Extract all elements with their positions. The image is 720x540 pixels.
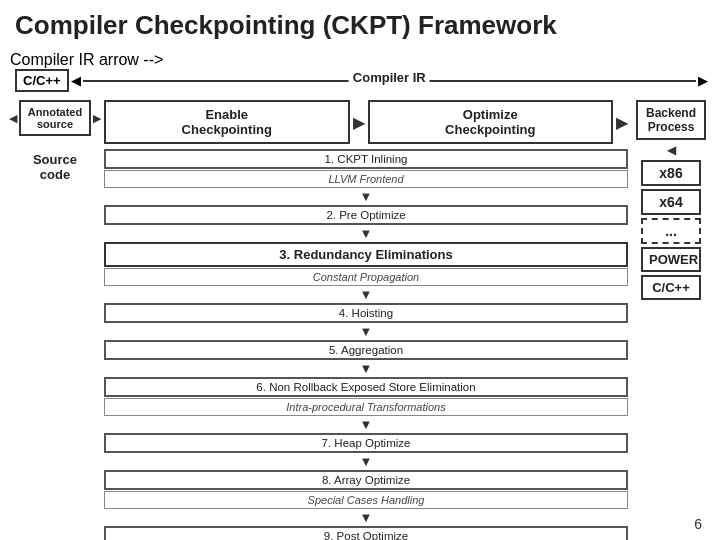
- stage-intra-procedural: Intra-procedural Transformations: [104, 398, 628, 416]
- middle-arrow-right-icon: ▶: [353, 113, 365, 132]
- target-cc-box: C/C++: [641, 275, 701, 300]
- stage-pre-optimize: 2. Pre Optimize: [104, 205, 628, 225]
- annotated-arrow-left-icon: ◀: [9, 112, 17, 125]
- optimize-checkpointing-box: OptimizeCheckpointing: [368, 100, 614, 144]
- target-x64-box: x64: [641, 189, 701, 215]
- stage-llvm-frontend: LLVM Frontend: [104, 170, 628, 188]
- source-code-label: Sourcecode: [33, 152, 77, 182]
- backend-arrow-left-icon: ◀: [667, 143, 676, 157]
- optimize-arrow-right-icon: ▶: [616, 113, 628, 132]
- annotated-source-box: Annotated source: [19, 100, 91, 136]
- annotated-arrow-right-icon: ▶: [93, 112, 101, 125]
- stage-array-optimize: 8. Array Optimize: [104, 470, 628, 490]
- annotated-source-row: ◀ Annotated source ▶: [9, 100, 101, 136]
- page: Compiler Checkpointing (CKPT) Framework …: [0, 0, 720, 540]
- down-arrow-8: ▼: [104, 510, 628, 525]
- down-arrow-1: ▼: [104, 189, 628, 204]
- center-column: EnableCheckpointing ▶ OptimizeCheckpoint…: [104, 100, 628, 540]
- stage-aggregation: 5. Aggregation: [104, 340, 628, 360]
- stage-constant-propagation: Constant Propagation: [104, 268, 628, 286]
- enable-optimize-row: EnableCheckpointing ▶ OptimizeCheckpoint…: [104, 100, 628, 144]
- down-arrow-3: ▼: [104, 287, 628, 302]
- down-arrow-7: ▼: [104, 454, 628, 469]
- left-arrow-icon: ◀: [71, 73, 81, 88]
- main-layout: ◀ Annotated source ▶ Sourcecode EnableCh…: [10, 100, 710, 540]
- down-arrow-6: ▼: [104, 417, 628, 432]
- stage-non-rollback: 6. Non Rollback Exposed Store Eliminatio…: [104, 377, 628, 397]
- target-power-box: POWER: [641, 247, 701, 272]
- stage-heap-optimize: 7. Heap Optimize: [104, 433, 628, 453]
- down-arrow-4: ▼: [104, 324, 628, 339]
- cc-label: C/C++: [15, 69, 69, 92]
- target-x86-box: x86: [641, 160, 701, 186]
- stage-ckpt-inlining: 1. CKPT Inlining: [104, 149, 628, 169]
- backend-process-box: BackendProcess: [636, 100, 706, 140]
- page-title: Compiler Checkpointing (CKPT) Framework: [10, 10, 710, 41]
- stage-special-cases: Special Cases Handling: [104, 491, 628, 509]
- down-arrow-5: ▼: [104, 361, 628, 376]
- compiler-ir-label: Compiler IR: [349, 70, 430, 85]
- down-arrow-2: ▼: [104, 226, 628, 241]
- top-bar: C/C++ ◀ Compiler IR ▶: [10, 69, 710, 92]
- enable-checkpointing-box: EnableCheckpointing: [104, 100, 350, 144]
- right-column: BackendProcess ◀ x86 x64 ... POWER C: [632, 100, 710, 300]
- target-ellipsis-box: ...: [641, 218, 701, 244]
- pipeline-container: 1. CKPT Inlining LLVM Frontend ▼ 2. Pre …: [104, 149, 628, 540]
- right-arrow-icon: ▶: [698, 73, 708, 88]
- left-column: ◀ Annotated source ▶ Sourcecode: [10, 100, 100, 182]
- page-number: 6: [694, 516, 702, 532]
- stage-post-optimize: 9. Post Optimize: [104, 526, 628, 540]
- stage-redundancy-eliminations: 3. Redundancy Eliminations: [104, 242, 628, 267]
- stage-hoisting: 4. Hoisting: [104, 303, 628, 323]
